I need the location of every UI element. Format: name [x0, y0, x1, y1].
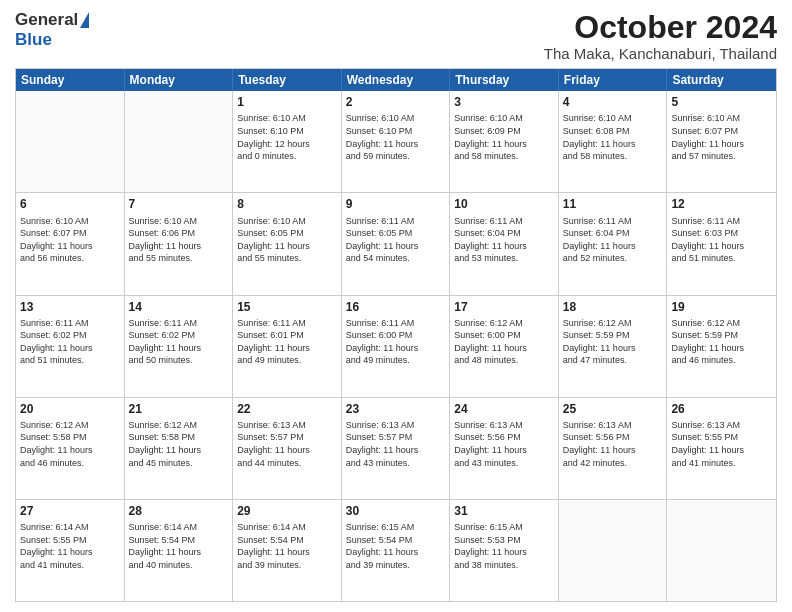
weekday-header-wednesday: Wednesday: [342, 69, 451, 91]
calendar-cell: 3Sunrise: 6:10 AM Sunset: 6:09 PM Daylig…: [450, 91, 559, 192]
page: General Blue October 2024 Tha Maka, Kanc…: [0, 0, 792, 612]
day-number: 22: [237, 401, 337, 417]
day-info: Sunrise: 6:10 AM Sunset: 6:05 PM Dayligh…: [237, 215, 337, 265]
day-number: 23: [346, 401, 446, 417]
day-number: 15: [237, 299, 337, 315]
day-number: 11: [563, 196, 663, 212]
calendar-cell: 27Sunrise: 6:14 AM Sunset: 5:55 PM Dayli…: [16, 500, 125, 601]
day-number: 4: [563, 94, 663, 110]
day-info: Sunrise: 6:13 AM Sunset: 5:57 PM Dayligh…: [346, 419, 446, 469]
calendar-cell: 4Sunrise: 6:10 AM Sunset: 6:08 PM Daylig…: [559, 91, 668, 192]
logo-blue: Blue: [15, 30, 52, 50]
calendar-cell: 5Sunrise: 6:10 AM Sunset: 6:07 PM Daylig…: [667, 91, 776, 192]
day-info: Sunrise: 6:10 AM Sunset: 6:10 PM Dayligh…: [346, 112, 446, 162]
day-number: 16: [346, 299, 446, 315]
weekday-header-saturday: Saturday: [667, 69, 776, 91]
calendar-cell: 15Sunrise: 6:11 AM Sunset: 6:01 PM Dayli…: [233, 296, 342, 397]
day-number: 13: [20, 299, 120, 315]
day-info: Sunrise: 6:14 AM Sunset: 5:54 PM Dayligh…: [129, 521, 229, 571]
calendar-cell: 6Sunrise: 6:10 AM Sunset: 6:07 PM Daylig…: [16, 193, 125, 294]
calendar-cell: 23Sunrise: 6:13 AM Sunset: 5:57 PM Dayli…: [342, 398, 451, 499]
calendar-cell: 16Sunrise: 6:11 AM Sunset: 6:00 PM Dayli…: [342, 296, 451, 397]
calendar-cell: 24Sunrise: 6:13 AM Sunset: 5:56 PM Dayli…: [450, 398, 559, 499]
day-number: 14: [129, 299, 229, 315]
location-title: Tha Maka, Kanchanaburi, Thailand: [544, 45, 777, 62]
calendar-cell: 10Sunrise: 6:11 AM Sunset: 6:04 PM Dayli…: [450, 193, 559, 294]
calendar-row: 27Sunrise: 6:14 AM Sunset: 5:55 PM Dayli…: [16, 499, 776, 601]
weekday-header-sunday: Sunday: [16, 69, 125, 91]
calendar-cell: 14Sunrise: 6:11 AM Sunset: 6:02 PM Dayli…: [125, 296, 234, 397]
day-number: 17: [454, 299, 554, 315]
logo: General Blue: [15, 10, 89, 50]
title-block: October 2024 Tha Maka, Kanchanaburi, Tha…: [544, 10, 777, 62]
day-number: 19: [671, 299, 772, 315]
day-number: 24: [454, 401, 554, 417]
calendar-cell: [16, 91, 125, 192]
calendar-cell: 8Sunrise: 6:10 AM Sunset: 6:05 PM Daylig…: [233, 193, 342, 294]
calendar-cell: 30Sunrise: 6:15 AM Sunset: 5:54 PM Dayli…: [342, 500, 451, 601]
day-number: 9: [346, 196, 446, 212]
calendar-cell: [125, 91, 234, 192]
day-info: Sunrise: 6:12 AM Sunset: 6:00 PM Dayligh…: [454, 317, 554, 367]
calendar-cell: 17Sunrise: 6:12 AM Sunset: 6:00 PM Dayli…: [450, 296, 559, 397]
day-info: Sunrise: 6:14 AM Sunset: 5:55 PM Dayligh…: [20, 521, 120, 571]
day-number: 27: [20, 503, 120, 519]
logo-general: General: [15, 10, 78, 30]
calendar-cell: [559, 500, 668, 601]
calendar-cell: 26Sunrise: 6:13 AM Sunset: 5:55 PM Dayli…: [667, 398, 776, 499]
day-number: 21: [129, 401, 229, 417]
day-info: Sunrise: 6:10 AM Sunset: 6:09 PM Dayligh…: [454, 112, 554, 162]
weekday-header-friday: Friday: [559, 69, 668, 91]
calendar-body: 1Sunrise: 6:10 AM Sunset: 6:10 PM Daylig…: [16, 91, 776, 601]
day-number: 2: [346, 94, 446, 110]
calendar-row: 20Sunrise: 6:12 AM Sunset: 5:58 PM Dayli…: [16, 397, 776, 499]
calendar-row: 6Sunrise: 6:10 AM Sunset: 6:07 PM Daylig…: [16, 192, 776, 294]
day-info: Sunrise: 6:13 AM Sunset: 5:55 PM Dayligh…: [671, 419, 772, 469]
day-info: Sunrise: 6:11 AM Sunset: 6:03 PM Dayligh…: [671, 215, 772, 265]
weekday-header-monday: Monday: [125, 69, 234, 91]
day-info: Sunrise: 6:10 AM Sunset: 6:10 PM Dayligh…: [237, 112, 337, 162]
day-info: Sunrise: 6:12 AM Sunset: 5:58 PM Dayligh…: [20, 419, 120, 469]
day-number: 10: [454, 196, 554, 212]
day-info: Sunrise: 6:11 AM Sunset: 6:02 PM Dayligh…: [20, 317, 120, 367]
calendar-cell: 22Sunrise: 6:13 AM Sunset: 5:57 PM Dayli…: [233, 398, 342, 499]
calendar-cell: 9Sunrise: 6:11 AM Sunset: 6:05 PM Daylig…: [342, 193, 451, 294]
calendar-row: 1Sunrise: 6:10 AM Sunset: 6:10 PM Daylig…: [16, 91, 776, 192]
day-number: 30: [346, 503, 446, 519]
calendar-cell: 28Sunrise: 6:14 AM Sunset: 5:54 PM Dayli…: [125, 500, 234, 601]
calendar-header: SundayMondayTuesdayWednesdayThursdayFrid…: [16, 69, 776, 91]
day-info: Sunrise: 6:15 AM Sunset: 5:53 PM Dayligh…: [454, 521, 554, 571]
calendar-cell: 25Sunrise: 6:13 AM Sunset: 5:56 PM Dayli…: [559, 398, 668, 499]
calendar-cell: [667, 500, 776, 601]
day-info: Sunrise: 6:10 AM Sunset: 6:06 PM Dayligh…: [129, 215, 229, 265]
day-info: Sunrise: 6:10 AM Sunset: 6:07 PM Dayligh…: [671, 112, 772, 162]
day-info: Sunrise: 6:12 AM Sunset: 5:59 PM Dayligh…: [563, 317, 663, 367]
calendar: SundayMondayTuesdayWednesdayThursdayFrid…: [15, 68, 777, 602]
day-info: Sunrise: 6:11 AM Sunset: 6:04 PM Dayligh…: [563, 215, 663, 265]
calendar-cell: 12Sunrise: 6:11 AM Sunset: 6:03 PM Dayli…: [667, 193, 776, 294]
calendar-cell: 21Sunrise: 6:12 AM Sunset: 5:58 PM Dayli…: [125, 398, 234, 499]
day-info: Sunrise: 6:11 AM Sunset: 6:00 PM Dayligh…: [346, 317, 446, 367]
day-info: Sunrise: 6:15 AM Sunset: 5:54 PM Dayligh…: [346, 521, 446, 571]
calendar-cell: 19Sunrise: 6:12 AM Sunset: 5:59 PM Dayli…: [667, 296, 776, 397]
day-info: Sunrise: 6:14 AM Sunset: 5:54 PM Dayligh…: [237, 521, 337, 571]
day-info: Sunrise: 6:11 AM Sunset: 6:01 PM Dayligh…: [237, 317, 337, 367]
logo-triangle-icon: [80, 12, 89, 28]
day-number: 31: [454, 503, 554, 519]
weekday-header-thursday: Thursday: [450, 69, 559, 91]
day-number: 28: [129, 503, 229, 519]
calendar-cell: 1Sunrise: 6:10 AM Sunset: 6:10 PM Daylig…: [233, 91, 342, 192]
calendar-cell: 29Sunrise: 6:14 AM Sunset: 5:54 PM Dayli…: [233, 500, 342, 601]
month-title: October 2024: [544, 10, 777, 45]
day-number: 25: [563, 401, 663, 417]
calendar-cell: 2Sunrise: 6:10 AM Sunset: 6:10 PM Daylig…: [342, 91, 451, 192]
calendar-cell: 31Sunrise: 6:15 AM Sunset: 5:53 PM Dayli…: [450, 500, 559, 601]
calendar-cell: 20Sunrise: 6:12 AM Sunset: 5:58 PM Dayli…: [16, 398, 125, 499]
day-number: 12: [671, 196, 772, 212]
day-number: 3: [454, 94, 554, 110]
calendar-cell: 13Sunrise: 6:11 AM Sunset: 6:02 PM Dayli…: [16, 296, 125, 397]
calendar-cell: 11Sunrise: 6:11 AM Sunset: 6:04 PM Dayli…: [559, 193, 668, 294]
day-number: 5: [671, 94, 772, 110]
calendar-cell: 7Sunrise: 6:10 AM Sunset: 6:06 PM Daylig…: [125, 193, 234, 294]
day-number: 26: [671, 401, 772, 417]
